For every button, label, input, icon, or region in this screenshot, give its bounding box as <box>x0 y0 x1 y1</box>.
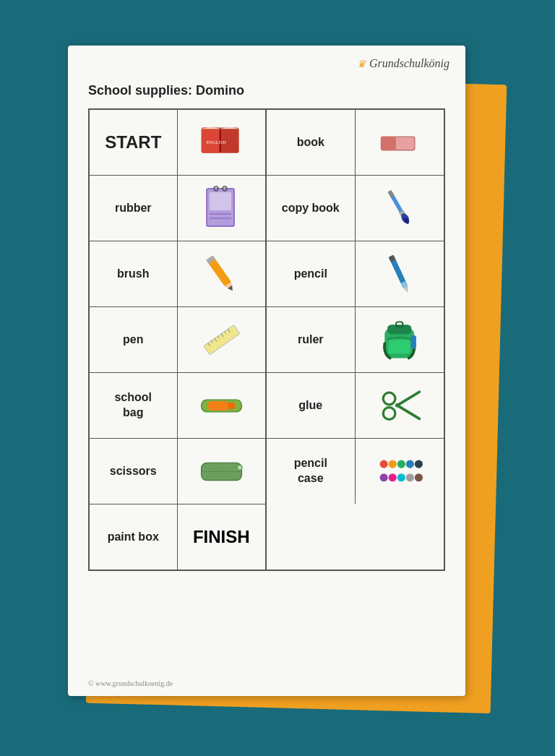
svg-point-59 <box>406 460 414 468</box>
cell-copy-book: copy book <box>267 176 444 241</box>
cell-rubber: rubber <box>90 176 265 241</box>
cell-school-bag: school bag <box>90 373 265 439</box>
cell-ruler-image <box>356 307 444 372</box>
svg-point-56 <box>380 460 388 468</box>
svg-line-52 <box>397 405 420 419</box>
svg-rect-7 <box>210 192 231 210</box>
cell-scissors-text: scissors <box>90 439 178 504</box>
cell-ruler-text: ruler <box>267 307 356 372</box>
svg-line-51 <box>397 392 420 405</box>
cell-paint-box-text: paint box <box>90 504 178 570</box>
cell-pencil-case-text: pencil case <box>267 439 356 504</box>
svg-point-57 <box>389 460 397 468</box>
cell-book-text: book <box>267 110 356 175</box>
svg-point-65 <box>415 473 423 481</box>
svg-point-53 <box>383 392 395 405</box>
domino-grid: START ENGLISH ru <box>88 108 445 571</box>
cell-copy-book-image <box>356 176 444 241</box>
svg-point-61 <box>380 473 388 481</box>
logo-text: Grundschulkönig <box>369 57 449 69</box>
svg-rect-35 <box>382 137 396 151</box>
svg-rect-46 <box>388 339 411 353</box>
svg-point-32 <box>237 465 242 471</box>
cell-start: START ENGLISH <box>90 110 265 176</box>
cell-glue-image <box>356 373 444 438</box>
cell-scissors-image <box>178 439 266 504</box>
cell-ruler: ruler <box>267 307 444 373</box>
svg-point-64 <box>406 473 414 481</box>
cell-scissors: scissors <box>90 439 265 504</box>
svg-rect-28 <box>228 403 235 409</box>
svg-rect-16 <box>203 325 239 354</box>
svg-point-58 <box>397 460 405 468</box>
svg-rect-50 <box>410 335 416 348</box>
cell-start-text: START <box>90 110 178 175</box>
left-half: START ENGLISH ru <box>90 110 267 570</box>
cell-pencil-case: pencil case <box>267 439 444 504</box>
svg-rect-27 <box>208 401 228 411</box>
svg-text:ENGLISH: ENGLISH <box>206 139 226 145</box>
svg-point-60 <box>415 460 423 468</box>
cell-school-bag-image <box>178 373 266 438</box>
svg-point-63 <box>397 473 405 481</box>
cell-copy-book-text: copy book <box>267 176 356 241</box>
paper-sheet: ♛ Grundschulkönig School supplies: Domin… <box>68 46 465 696</box>
cell-brush-text: brush <box>90 241 178 306</box>
cell-brush: brush <box>90 241 265 307</box>
cell-pen-text: pen <box>90 307 178 372</box>
crown-icon: ♛ <box>357 59 369 69</box>
cell-rubber-image <box>178 176 266 241</box>
cell-pen: pen <box>90 307 265 373</box>
cell-glue-text: glue <box>267 373 356 438</box>
cell-paint-box: paint box FINISH <box>90 504 265 570</box>
cell-book-image <box>356 110 444 175</box>
footer-text: © www.grundschulkoenig.de <box>88 679 173 687</box>
cell-rubber-text: rubber <box>90 176 178 241</box>
cell-glue: glue <box>267 373 444 439</box>
right-half: book copy book <box>267 110 444 570</box>
cell-finish-text: FINISH <box>178 504 266 570</box>
cell-pen-image <box>178 307 266 372</box>
cell-pencil-image <box>356 241 444 306</box>
svg-point-54 <box>383 408 395 420</box>
cell-brush-image <box>178 241 266 306</box>
svg-point-55 <box>395 403 400 408</box>
page-title: School supplies: Domino <box>88 83 445 98</box>
cell-start-image: ENGLISH <box>178 110 266 175</box>
cell-book: book <box>267 110 444 176</box>
cell-pencil-text: pencil <box>267 241 356 306</box>
logo: ♛ Grundschulkönig <box>357 57 449 70</box>
cell-pencil: pencil <box>267 241 444 307</box>
svg-point-62 <box>389 473 397 481</box>
cell-school-bag-text: school bag <box>90 373 178 438</box>
cell-pencil-case-image <box>356 439 444 504</box>
